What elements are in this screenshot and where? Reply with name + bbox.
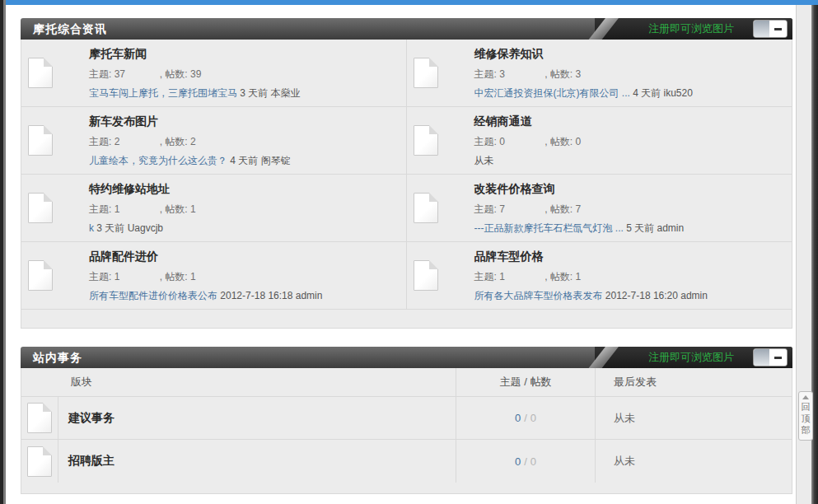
forum-stats: 主题: 2, 帖数: 2 xyxy=(89,135,291,149)
toggle-right-half xyxy=(769,349,787,366)
forum-stats: 主题: 7, 帖数: 7 xyxy=(474,203,685,217)
category-header-right: 注册即可浏览图片 xyxy=(595,347,792,368)
forum-grid: 摩托车新闻 主题: 37, 帖数: 39 宝马车闯上摩托，三摩托围堵宝马 3 天… xyxy=(21,40,792,310)
lastpost-link[interactable]: k xyxy=(89,222,94,234)
forum-icon-cell xyxy=(21,440,58,483)
forum-name-link[interactable]: 改装件价格查询 xyxy=(474,182,555,195)
table-row-recruit-mods: 招聘版主 0 / 0 从未 xyxy=(21,440,792,483)
topic-count-link[interactable]: 0 xyxy=(515,455,521,468)
category-header-moto: 摩托综合资讯 注册即可浏览图片 xyxy=(21,18,792,40)
up-arrow-icon xyxy=(802,395,809,399)
lastpost-meta: 3 天前 Uagvcjb xyxy=(96,222,163,234)
column-header-forum: 版块 xyxy=(21,368,456,396)
forum-lastpost: 中宏汇通投资担保(北京)有限公司 ... 4 天前 iku520 xyxy=(474,86,693,100)
lastpost-link[interactable]: 中宏汇通投资担保(北京)有限公司 ... xyxy=(474,87,630,99)
category-panel-moto: 摩托综合资讯 注册即可浏览图片 摩托车新闻 主题: 37, 帖数: 39 宝马车… xyxy=(21,18,792,329)
lastpost-meta: 2012-7-18 16:20 admin xyxy=(605,290,708,301)
forum-name-link[interactable]: 特约维修站地址 xyxy=(89,182,170,195)
forum-info: 特约维修站地址 主题: 1, 帖数: 1 k 3 天前 Uagvcjb xyxy=(89,181,196,236)
forum-stats: 主题: 1, 帖数: 1 xyxy=(474,270,708,284)
stats-separator: / xyxy=(524,455,527,468)
forum-lastpost: 儿童绘本，究竟为什么这么贵？ 4 天前 阁琴锭 xyxy=(89,154,291,168)
forum-index-page: 摩托综合资讯 注册即可浏览图片 摩托车新闻 主题: 37, 帖数: 39 宝马车… xyxy=(6,5,796,504)
category-header-right: 注册即可浏览图片 xyxy=(595,18,792,40)
collapse-toggle-button[interactable] xyxy=(754,349,787,366)
forum-info: 维修保养知识 主题: 3, 帖数: 3 中宏汇通投资担保(北京)有限公司 ...… xyxy=(474,46,693,100)
lastpost-link[interactable]: 儿童绘本，究竟为什么这么贵？ xyxy=(89,155,227,166)
lastpost-meta: 4 天前 iku520 xyxy=(633,87,693,99)
forum-page-icon[interactable] xyxy=(28,260,53,291)
forum-stats: 主题: 37, 帖数: 39 xyxy=(89,68,301,82)
forum-cell-repairstations: 特约维修站地址 主题: 1, 帖数: 1 k 3 天前 Uagvcjb xyxy=(21,175,407,242)
forum-page-icon[interactable] xyxy=(28,125,53,156)
forum-page-icon[interactable] xyxy=(28,193,53,223)
lastpost-meta: 2012-7-18 16:18 admin xyxy=(220,290,322,301)
stats-separator: / xyxy=(524,412,527,424)
back-to-top-char: 顶 xyxy=(802,413,811,424)
forum-lastpost: 所有各大品牌车型价格表发布 2012-7-18 16:20 admin xyxy=(474,289,708,303)
forum-stats-cell: 0 / 0 xyxy=(456,397,596,439)
forum-name-link[interactable]: 新车发布图片 xyxy=(89,114,158,128)
toggle-left-half xyxy=(754,21,769,37)
forum-name-link[interactable]: 维修保养知识 xyxy=(474,47,544,60)
forum-name-link[interactable]: 招聘版主 xyxy=(68,454,115,469)
forum-name-cell: 建议事务 xyxy=(58,397,456,439)
forum-info: 品牌车型价格 主题: 1, 帖数: 1 所有各大品牌车型价格表发布 2012-7… xyxy=(474,249,708,303)
column-header-lastpost: 最后发表 xyxy=(596,368,792,396)
forum-page-icon[interactable] xyxy=(27,403,52,433)
forum-name-cell: 招聘版主 xyxy=(58,440,456,483)
forum-cell-motonews: 摩托车新闻 主题: 37, 帖数: 39 宝马车闯上摩托，三摩托围堵宝马 3 天… xyxy=(21,40,407,107)
category-body-site: 版块 主题 / 帖数 最后发表 建议事务 0 / 0 从未 招聘版主 0 xyxy=(21,368,792,494)
forum-cell-partsprice: 品牌配件进价 主题: 1, 帖数: 1 所有车型配件进价价格表公布 2012-7… xyxy=(21,242,407,310)
forum-cell-newbikes: 新车发布图片 主题: 2, 帖数: 2 儿童绘本，究竟为什么这么贵？ 4 天前 … xyxy=(21,107,407,175)
forum-lastpost: 所有车型配件进价价格表公布 2012-7-18 16:18 admin xyxy=(89,289,322,303)
lastpost-link[interactable]: ---正品新款摩托车石栏氙气灯泡 ... xyxy=(474,222,624,234)
forum-cell-dealers: 经销商通道 主题: 0, 帖数: 0 从未 xyxy=(407,107,792,175)
forum-name-link[interactable]: 品牌车型价格 xyxy=(474,250,544,263)
category-body-moto: 摩托车新闻 主题: 37, 帖数: 39 宝马车闯上摩托，三摩托围堵宝马 3 天… xyxy=(21,40,792,329)
forum-icon-cell xyxy=(21,397,58,439)
forum-lastpost: k 3 天前 Uagvcjb xyxy=(89,222,196,236)
forum-name-link[interactable]: 经销商通道 xyxy=(474,114,532,128)
back-to-top-char: 回 xyxy=(802,402,811,413)
topic-count-link[interactable]: 0 xyxy=(515,412,521,424)
lastpost-meta: 3 天前 本燊业 xyxy=(240,87,300,99)
forum-page-icon[interactable] xyxy=(414,125,438,156)
lastpost-link[interactable]: 所有车型配件进价价格表公布 xyxy=(89,290,217,301)
toggle-right-half xyxy=(769,21,787,37)
forum-cell-modparts: 改装件价格查询 主题: 7, 帖数: 7 ---正品新款摩托车石栏氙气灯泡 ..… xyxy=(407,175,792,242)
category-title-site[interactable]: 站内事务 xyxy=(21,347,82,368)
forum-page-icon[interactable] xyxy=(414,193,438,223)
forum-page-icon[interactable] xyxy=(414,260,438,291)
category-title-moto[interactable]: 摩托综合资讯 xyxy=(21,18,107,40)
forum-page-icon[interactable] xyxy=(28,58,53,88)
forum-stats: 主题: 0, 帖数: 0 xyxy=(474,135,582,149)
forum-stats: 主题: 3, 帖数: 3 xyxy=(474,68,693,82)
forum-stats: 主题: 1, 帖数: 1 xyxy=(89,203,196,217)
forum-info: 经销商通道 主题: 0, 帖数: 0 从未 xyxy=(474,114,582,168)
forum-name-link[interactable]: 建议事务 xyxy=(68,411,115,426)
lastpost-meta: 5 天前 admin xyxy=(626,222,684,234)
forum-page-icon[interactable] xyxy=(414,58,438,88)
post-count: 0 xyxy=(531,412,536,424)
collapse-toggle-button[interactable] xyxy=(754,21,787,37)
lastpost-link[interactable]: 所有各大品牌车型价格表发布 xyxy=(474,290,603,301)
post-count: 0 xyxy=(531,455,536,468)
forum-name-link[interactable]: 品牌配件进价 xyxy=(89,250,158,263)
forum-info: 品牌配件进价 主题: 1, 帖数: 1 所有车型配件进价价格表公布 2012-7… xyxy=(89,249,322,303)
forum-name-link[interactable]: 摩托车新闻 xyxy=(89,47,147,60)
forum-lastpost: ---正品新款摩托车石栏氙气灯泡 ... 5 天前 admin xyxy=(474,222,685,236)
forum-info: 改装件价格查询 主题: 7, 帖数: 7 ---正品新款摩托车石栏氙气灯泡 ..… xyxy=(474,181,685,236)
register-to-view-images-link[interactable]: 注册即可浏览图片 xyxy=(648,350,734,365)
forum-lastpost: 从未 xyxy=(474,154,582,168)
lastpost-link[interactable]: 宝马车闯上摩托，三摩托围堵宝马 xyxy=(89,87,237,99)
table-row-suggestions: 建议事务 0 / 0 从未 xyxy=(21,397,792,440)
forum-info: 新车发布图片 主题: 2, 帖数: 2 儿童绘本，究竟为什么这么贵？ 4 天前 … xyxy=(89,114,291,168)
toggle-left-half xyxy=(754,349,769,366)
back-to-top-button[interactable]: 回 顶 部 xyxy=(798,391,813,441)
minus-icon xyxy=(774,357,782,359)
forum-cell-modelprice: 品牌车型价格 主题: 1, 帖数: 1 所有各大品牌车型价格表发布 2012-7… xyxy=(407,242,792,310)
category-header-site: 站内事务 注册即可浏览图片 xyxy=(21,347,792,368)
forum-page-icon[interactable] xyxy=(27,446,52,477)
register-to-view-images-link[interactable]: 注册即可浏览图片 xyxy=(648,21,734,36)
